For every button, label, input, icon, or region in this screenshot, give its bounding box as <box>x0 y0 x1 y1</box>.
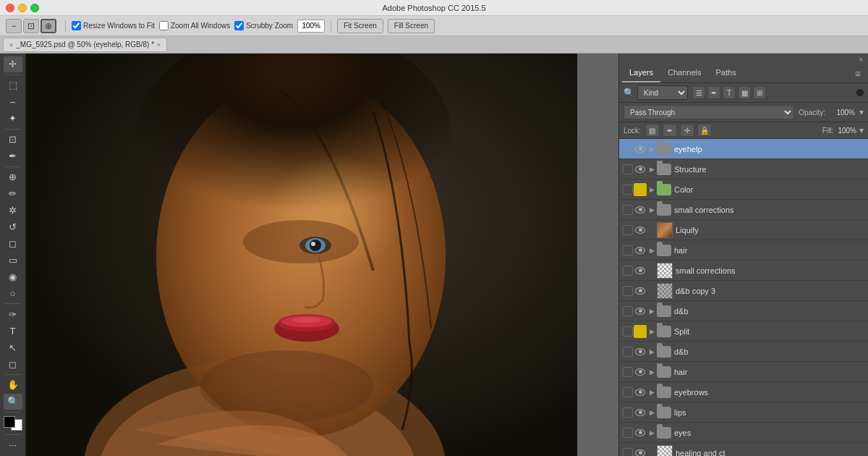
zoom-fit-button[interactable]: ⊡ <box>23 19 39 33</box>
layer-expand-arrow[interactable] <box>647 448 657 457</box>
zoom-tool[interactable]: 🔍 <box>4 394 22 410</box>
lasso-tool[interactable]: ⌢ <box>4 94 22 110</box>
layer-row[interactable]: ▶Structure <box>619 159 868 180</box>
maximize-button[interactable] <box>30 4 39 12</box>
gradient-tool[interactable]: ▭ <box>4 252 22 268</box>
layer-expand-arrow[interactable]: ▶ <box>647 164 657 174</box>
layer-row[interactable]: healing and ct <box>619 443 868 456</box>
visibility-badge[interactable] <box>634 183 647 196</box>
layer-checkbox[interactable] <box>622 366 634 378</box>
layer-expand-arrow[interactable]: ▶ <box>647 408 657 418</box>
tab-channels[interactable]: Channels <box>660 65 708 83</box>
hand-tool[interactable]: ✋ <box>4 377 22 393</box>
layer-expand-arrow[interactable]: ▶ <box>647 144 657 154</box>
layer-checkbox[interactable] <box>622 305 634 317</box>
document-tab[interactable]: × _MG_5925.psd @ 50% (eyehelp, RGB/8) * … <box>3 38 167 52</box>
fit-screen-button[interactable]: Fit Screen <box>337 19 383 33</box>
layer-visibility[interactable] <box>634 143 647 156</box>
shape-filter-button[interactable]: ▦ <box>738 86 751 99</box>
healing-brush-tool[interactable]: ⊕ <box>4 169 22 185</box>
layer-visibility[interactable] <box>634 305 647 318</box>
layer-expand-arrow[interactable]: ▶ <box>647 326 657 337</box>
layer-checkbox[interactable] <box>622 143 634 155</box>
magic-wand-tool[interactable]: ✦ <box>4 111 22 127</box>
layer-expand-arrow[interactable]: ▶ <box>647 306 657 316</box>
layer-row[interactable]: small corrections <box>619 261 868 281</box>
lock-position-button[interactable]: ✛ <box>680 124 694 137</box>
canvas-area[interactable] <box>26 54 618 456</box>
scrubby-zoom-checkbox[interactable] <box>234 21 244 30</box>
shape-tool[interactable]: ◻ <box>4 356 22 372</box>
layer-visibility[interactable] <box>634 426 647 439</box>
traffic-lights[interactable] <box>6 4 39 12</box>
pen-tool[interactable]: ✑ <box>4 306 22 322</box>
path-selection-tool[interactable]: ↖ <box>4 339 22 355</box>
layer-row[interactable]: ▶lips <box>619 402 868 423</box>
layer-checkbox[interactable] <box>622 245 634 256</box>
layer-visibility[interactable] <box>634 183 647 196</box>
tab-layers[interactable]: Layers <box>622 65 660 83</box>
eraser-tool[interactable]: ◻ <box>4 235 22 251</box>
layer-visibility[interactable] <box>634 244 647 257</box>
zoom-all-label[interactable]: Zoom All Windows <box>159 21 230 30</box>
color-swatches[interactable] <box>4 416 22 431</box>
layer-visibility[interactable] <box>634 264 647 277</box>
tab-close-btn[interactable]: × <box>157 41 161 48</box>
layer-expand-arrow[interactable]: ▶ <box>647 347 657 357</box>
layer-checkbox[interactable] <box>622 224 634 236</box>
smartobj-filter-button[interactable]: ⊞ <box>753 86 766 99</box>
blend-mode-select[interactable]: Pass Through Normal Multiply Screen Over… <box>624 105 794 119</box>
close-button[interactable] <box>6 4 14 12</box>
more-tools-button[interactable]: ··· <box>4 437 22 453</box>
pixel-filter-button[interactable]: ☰ <box>692 86 705 99</box>
layer-row[interactable]: ▶Split <box>619 321 868 342</box>
adjustment-filter-button[interactable]: ✒ <box>707 86 720 99</box>
move-tool[interactable]: ✛ <box>4 56 22 72</box>
resize-windows-checkbox[interactable] <box>72 21 81 30</box>
layer-checkbox[interactable] <box>622 447 634 457</box>
layer-checkbox[interactable] <box>622 346 634 358</box>
layer-visibility[interactable] <box>634 406 647 419</box>
layer-row[interactable]: ▶eyes <box>619 423 868 443</box>
zoom-minus-button[interactable]: − <box>6 19 22 33</box>
fill-arrow-icon[interactable]: ▾ <box>859 125 864 135</box>
visibility-badge[interactable] <box>634 325 647 338</box>
layer-visibility[interactable] <box>634 325 647 338</box>
layer-row[interactable]: ▶hair <box>619 240 868 261</box>
tab-paths[interactable]: Paths <box>709 65 744 83</box>
layer-checkbox[interactable] <box>622 204 634 216</box>
layer-checkbox[interactable] <box>622 387 634 398</box>
fill-screen-button[interactable]: Fill Screen <box>388 19 435 33</box>
layer-expand-arrow[interactable] <box>647 225 657 235</box>
layer-visibility[interactable] <box>634 284 647 297</box>
layer-expand-arrow[interactable]: ▶ <box>647 387 657 397</box>
zoom-active-button[interactable]: ⊕ <box>41 19 56 33</box>
layer-checkbox[interactable] <box>622 326 634 337</box>
layer-checkbox[interactable] <box>622 407 634 418</box>
layer-row[interactable]: ▶Color <box>619 180 868 200</box>
layer-visibility[interactable] <box>634 163 647 176</box>
layer-visibility[interactable] <box>634 366 647 379</box>
lock-all-button[interactable]: 🔒 <box>697 124 712 137</box>
zoom-percent-input[interactable] <box>297 20 325 33</box>
tab-close-icon[interactable]: × <box>9 41 13 48</box>
layer-visibility[interactable] <box>634 203 647 216</box>
lock-transparent-button[interactable]: ▧ <box>645 124 660 137</box>
layer-expand-arrow[interactable] <box>647 266 657 276</box>
resize-windows-label[interactable]: Resize Windows to Fit <box>72 21 155 30</box>
layer-expand-arrow[interactable]: ▶ <box>647 245 657 256</box>
panel-close-button[interactable]: × <box>856 55 865 64</box>
layer-visibility[interactable] <box>634 345 647 358</box>
eyedropper-tool[interactable]: ✒ <box>4 148 22 164</box>
history-brush-tool[interactable]: ↺ <box>4 219 22 235</box>
layer-row[interactable]: ▶small corrections <box>619 200 868 220</box>
layer-row[interactable]: ▶hair <box>619 362 868 382</box>
foreground-color-swatch[interactable] <box>4 416 15 428</box>
layer-checkbox[interactable] <box>622 427 634 439</box>
layer-visibility[interactable] <box>634 447 647 457</box>
layer-row[interactable]: ▶d&b <box>619 301 868 321</box>
layer-row[interactable]: ▶d&b <box>619 342 868 362</box>
scrubby-zoom-label[interactable]: Scrubby Zoom <box>234 21 293 30</box>
layer-expand-arrow[interactable]: ▶ <box>647 428 657 438</box>
lock-pixels-button[interactable]: ✒ <box>663 124 677 137</box>
